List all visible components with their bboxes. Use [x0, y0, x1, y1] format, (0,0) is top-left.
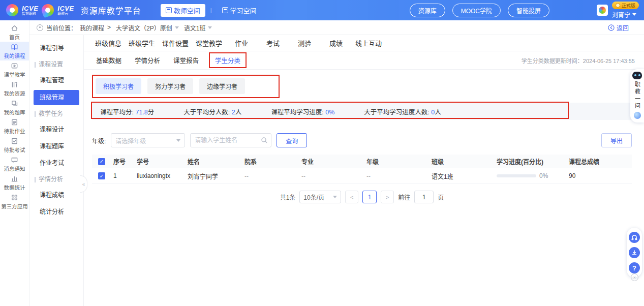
- resource-library-button[interactable]: 资源库: [410, 4, 445, 17]
- teacher-space-label: 教师空间: [174, 6, 200, 15]
- student-space-tab[interactable]: 学习空间: [217, 4, 262, 17]
- assistant-tab[interactable]: 职教一问: [630, 69, 644, 123]
- submenu-group-course-settings: 课程设置: [29, 57, 83, 72]
- stat-label: 课程平均分:: [100, 109, 134, 116]
- filter-active-learners[interactable]: 积极学习者: [96, 78, 141, 94]
- breadcrumb: 当前位置： 我的课程 > 大学语文（2P）原创 语文1班 返回: [29, 20, 644, 35]
- submenu-class-management[interactable]: 班级管理: [34, 90, 79, 105]
- user-area[interactable]: 正式版 刘宵宁: [597, 0, 639, 20]
- page-size-value: 10条/页: [303, 193, 324, 201]
- next-page-button[interactable]: >: [381, 191, 394, 203]
- teacher-space-icon: [166, 7, 172, 13]
- filter-marginal-learners[interactable]: 边缘学习者: [199, 78, 245, 94]
- bar-chart-icon: [11, 175, 18, 182]
- submenu-course-guide[interactable]: 课程引导: [29, 40, 83, 57]
- tab-online-interaction[interactable]: 线上互动: [355, 38, 382, 48]
- export-button[interactable]: 导出: [601, 133, 632, 147]
- select-all-checkbox[interactable]: [98, 158, 105, 165]
- back-button[interactable]: 返回: [608, 23, 637, 32]
- search-icon: [261, 137, 268, 144]
- sidebar-item-label: 消息通知: [4, 165, 25, 172]
- breadcrumb-prefix: 当前位置：: [46, 23, 77, 32]
- row-checkbox[interactable]: [98, 172, 105, 179]
- subtab-basic-data[interactable]: 基础数据: [93, 54, 125, 67]
- tab-class-info[interactable]: 班级信息: [95, 38, 121, 48]
- mooc-college-button[interactable]: MOOC学院: [452, 4, 501, 17]
- submenu-homework-exam[interactable]: 作业考试: [29, 155, 83, 172]
- user-menu[interactable]: 刘宵宁: [612, 10, 636, 19]
- progress-text: 0%: [539, 172, 548, 179]
- icve-cloud-logo-text: ICVE 职教云: [57, 5, 74, 15]
- sidebar-item-pending-exams[interactable]: 待批考试: [0, 136, 29, 155]
- sidebar-item-statistics[interactable]: 数据统计: [0, 173, 29, 192]
- close-toolbar-button[interactable]: [631, 273, 638, 281]
- sidebar-item-label: 待批考试: [4, 146, 25, 154]
- smart-cast-button[interactable]: 智能投屏: [508, 4, 549, 17]
- submenu-statistical-analysis[interactable]: 统计分析: [29, 204, 83, 221]
- sidebar-item-home[interactable]: 首页: [0, 23, 29, 42]
- home-icon: [11, 24, 18, 32]
- tab-courseware-settings[interactable]: 课件设置: [162, 38, 189, 48]
- avatar[interactable]: [597, 5, 608, 16]
- page-number-button[interactable]: 1: [362, 191, 377, 203]
- submenu-course-question-bank[interactable]: 课程题库: [29, 138, 83, 155]
- tab-classroom-teaching[interactable]: 课堂教学: [196, 38, 222, 48]
- logo1-brand: ICVE: [22, 5, 38, 12]
- stat-suffix: 人: [435, 109, 441, 116]
- cell-student-id: liuxiaoningtx: [137, 172, 188, 179]
- goto-page-input[interactable]: [414, 191, 434, 203]
- prev-page-button[interactable]: <: [345, 191, 358, 203]
- pagination: 共1条 10条/页 < 1 > 前往 页: [92, 191, 632, 203]
- assistant-label: 职教一问: [633, 81, 641, 110]
- space-nav: 教师空间 | 学习空间: [161, 4, 262, 17]
- data-update-time: 学生分类数据更新时间：2024-06-25 17:43:55: [522, 56, 644, 65]
- total-count: 共1条: [280, 193, 296, 201]
- filter-hardworking-learners[interactable]: 努力学习者: [147, 78, 193, 94]
- table-header-row: 序号 学号 姓名 院系 专业 年级 班级 学习进度(百分比) 课程总成绩: [92, 155, 632, 168]
- sidebar-item-my-question-bank[interactable]: 我的题库: [0, 98, 29, 117]
- subtab-class-report[interactable]: 课堂报告: [170, 54, 202, 67]
- sidebar-item-messages[interactable]: 消息通知: [0, 155, 29, 173]
- chevron-down-icon: [175, 26, 179, 29]
- subtab-student-classification[interactable]: 学生分类: [209, 52, 247, 68]
- tab-class-students[interactable]: 班级学生: [129, 38, 155, 48]
- tab-quiz[interactable]: 测验: [292, 38, 317, 48]
- download-button[interactable]: [629, 247, 640, 258]
- help-button[interactable]: [629, 262, 640, 273]
- grade-select[interactable]: 请选择年级: [111, 133, 185, 147]
- user-info: 正式版 刘宵宁: [612, 2, 639, 19]
- sidebar-item-third-party-apps[interactable]: 第三方应用: [0, 192, 29, 211]
- page-size-select[interactable]: 10条/页: [299, 191, 341, 203]
- stat-average-progress: 课程平均学习进度: 0%: [271, 107, 334, 116]
- learner-filter-annotation-box: 积极学习者 努力学习者 边缘学习者: [92, 75, 280, 98]
- stat-above-average-progress-count: 大于平均学习进度人数: 0人: [364, 107, 441, 116]
- grade-select-placeholder: 请选择年级: [115, 136, 146, 145]
- class-selector[interactable]: 语文1班: [184, 23, 212, 32]
- student-name-input[interactable]: [190, 133, 271, 147]
- student-table: 序号 学号 姓名 院系 专业 年级 班级 学习进度(百分比) 课程总成绩 1 l…: [92, 155, 632, 203]
- submenu-group-learning-analysis: 学情分析: [29, 172, 83, 187]
- customer-service-button[interactable]: [629, 232, 640, 243]
- query-button[interactable]: 查询: [277, 133, 307, 147]
- sidebar-item-my-resources[interactable]: 我的资源: [0, 79, 29, 98]
- tab-exam[interactable]: 考试: [261, 38, 285, 48]
- submenu-course-design[interactable]: 课程设计: [29, 121, 83, 138]
- chevron-down-icon: [176, 139, 180, 142]
- tab-homework[interactable]: 作业: [229, 38, 254, 48]
- course-selector[interactable]: 大学语文（2P）原创: [116, 23, 179, 32]
- sidebar-item-my-courses[interactable]: 我的课程: [0, 42, 29, 60]
- homework-doc-icon: [11, 118, 18, 126]
- stat-value: 2: [232, 109, 235, 116]
- sidebar-item-label: 我的课程: [4, 52, 25, 59]
- video-play-icon: [11, 62, 18, 70]
- tab-grades[interactable]: 成绩: [324, 38, 348, 48]
- sidebar-item-pending-homework[interactable]: 待批作业: [0, 117, 29, 136]
- submenu-course-score[interactable]: 课程成绩: [29, 187, 83, 204]
- stat-label: 大于平均学习进度人数:: [364, 109, 429, 116]
- sidebar-item-classroom-teaching[interactable]: 课堂教学: [0, 60, 29, 79]
- grade-label: 年级:: [92, 136, 106, 145]
- teacher-space-tab[interactable]: 教师空间: [161, 4, 205, 17]
- submenu-course-management[interactable]: 课程管理: [29, 72, 83, 89]
- subtab-learning-analysis[interactable]: 学情分析: [132, 54, 163, 67]
- breadcrumb-my-courses[interactable]: 我的课程: [80, 23, 104, 32]
